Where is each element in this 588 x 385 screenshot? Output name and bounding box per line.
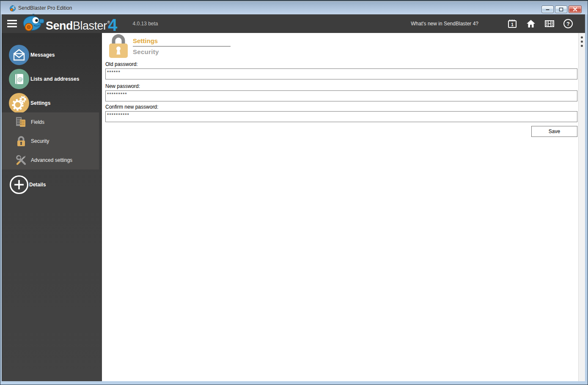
- close-button[interactable]: [569, 5, 582, 13]
- svg-text:?: ?: [566, 21, 570, 27]
- top-toolbar: SendBlaster®4 4.0.13 beta What's new in …: [2, 14, 585, 33]
- lock-icon: [15, 135, 27, 147]
- logo-blaster: Blaster: [73, 19, 107, 33]
- sidebar-item-label: Security: [31, 138, 49, 144]
- sidebar-item-label: Details: [29, 182, 46, 188]
- save-button[interactable]: Save: [531, 126, 577, 137]
- hamburger-menu-icon[interactable]: [7, 20, 17, 27]
- security-lock-icon: [108, 34, 129, 60]
- logo-wordmark: SendBlaster®4: [46, 14, 117, 33]
- sidebar-item-security[interactable]: Security: [2, 131, 99, 150]
- app-window: SendBlaster Pro Edition: [0, 0, 588, 385]
- panel-splitter[interactable]: [578, 33, 585, 381]
- video-icon[interactable]: [544, 19, 555, 29]
- sidebar-item-label: Fields: [31, 119, 44, 125]
- app-version-label: 4.0.13 beta: [132, 21, 158, 27]
- old-password-label: Old password:: [105, 61, 577, 67]
- sidebar-item-label: Settings: [30, 100, 50, 106]
- confirm-new-password-input[interactable]: [105, 111, 577, 122]
- old-password-input[interactable]: [105, 68, 577, 79]
- password-form: Old password: New password: Confirm new …: [105, 60, 577, 137]
- window-title: SendBlaster Pro Edition: [18, 5, 72, 11]
- gears-icon: [9, 93, 29, 113]
- home-icon[interactable]: [526, 19, 536, 29]
- sidebar-item-advanced-settings[interactable]: Advanced settings: [2, 150, 99, 169]
- settings-submenu: Fields Security: [2, 112, 99, 169]
- svg-text:@: @: [17, 76, 23, 82]
- logo-send: Send: [46, 19, 73, 33]
- tools-icon: [15, 154, 27, 167]
- svg-text:1: 1: [511, 22, 514, 27]
- app-frame: SendBlaster®4 4.0.13 beta What's new in …: [2, 14, 585, 381]
- sidebar-item-fields[interactable]: Fields: [2, 112, 99, 131]
- grip-dots-icon: [581, 36, 583, 47]
- help-icon[interactable]: ?: [563, 19, 573, 29]
- sidebar-item-lists-and-addresses[interactable]: @ Lists and addresses: [2, 68, 102, 90]
- fields-icon: [15, 116, 27, 128]
- confirm-new-password-label: Confirm new password:: [105, 104, 577, 110]
- plus-circle-icon: [9, 175, 29, 195]
- app-logo-icon: [9, 5, 16, 14]
- page-title-security: Security: [133, 48, 231, 55]
- sendblaster-mascot-icon: [20, 14, 45, 33]
- breadcrumb-settings[interactable]: Settings: [133, 37, 231, 46]
- titlebar[interactable]: SendBlaster Pro Edition: [0, 0, 588, 14]
- messages-envelope-icon: [9, 45, 29, 65]
- sidebar-item-details[interactable]: Details: [2, 174, 102, 196]
- sidebar-item-settings[interactable]: Settings: [2, 92, 102, 114]
- whats-new-link[interactable]: What's new in SendBlaster 4?: [411, 21, 478, 27]
- new-password-input[interactable]: [105, 90, 577, 101]
- new-password-label: New password:: [105, 83, 577, 89]
- logo-version-digit: 4: [108, 16, 117, 35]
- sidebar-item-label: Lists and addresses: [30, 76, 79, 82]
- sidebar-item-messages[interactable]: Messages: [2, 44, 102, 66]
- maximize-button[interactable]: [555, 5, 567, 13]
- minimize-button[interactable]: [541, 5, 554, 13]
- sidebar-item-label: Advanced settings: [31, 157, 72, 163]
- sidebar-item-label: Messages: [30, 52, 55, 58]
- sidebar: Messages @ Lists and addresses: [2, 33, 102, 381]
- address-book-icon: @: [9, 69, 29, 89]
- main-content: Settings Security Old password: New pass…: [102, 33, 578, 381]
- calendar-icon[interactable]: 1: [507, 19, 517, 29]
